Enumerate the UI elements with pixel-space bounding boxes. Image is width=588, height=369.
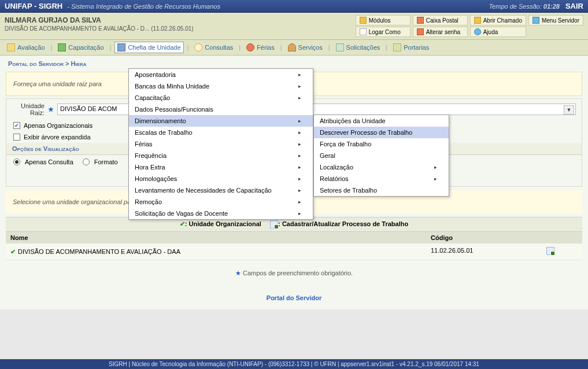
menu-capacitacao[interactable]: Capacitação bbox=[56, 42, 106, 53]
menu-ferias[interactable]: Férias bbox=[244, 42, 277, 53]
dmi-homologacoes[interactable]: Homologações▸ bbox=[129, 173, 313, 184]
dmi-dados[interactable]: Dados Pessoais/Funcionais bbox=[129, 104, 313, 115]
chevron-right-icon: ▸ bbox=[298, 118, 301, 124]
ql-ajuda-label: Ajuda bbox=[483, 29, 498, 35]
select-arrow-icon[interactable]: ▼ bbox=[564, 105, 574, 115]
required-note: ★ Campos de preenchimento obrigatório. bbox=[2, 260, 586, 286]
table-row: ✔ DIVISÃO DE ACOMPANHAMENTO E AVALIAÇÃO … bbox=[6, 243, 582, 260]
star-icon: ★ bbox=[235, 270, 241, 276]
person-icon bbox=[288, 43, 296, 51]
ql-menu-servidor[interactable]: Menu Servidor bbox=[528, 15, 583, 25]
dmi2-geral[interactable]: Geral bbox=[314, 150, 449, 161]
check-icon: ✔ bbox=[10, 248, 16, 256]
menu-avaliacao[interactable]: Avaliação bbox=[5, 42, 47, 53]
unidade-raiz-label: UnidadeRaiz: bbox=[12, 102, 45, 116]
chevron-right-icon: ▸ bbox=[298, 176, 301, 182]
menu-consultas[interactable]: Consultas bbox=[192, 42, 235, 53]
login-as-icon bbox=[360, 28, 367, 35]
table-header: Nome Código bbox=[6, 232, 582, 243]
header-bar: UNIFAP - SIGRH - Sistema Integrado de Ge… bbox=[0, 0, 588, 13]
dmi2-localizacao[interactable]: Localização▸ bbox=[314, 161, 449, 173]
dmi2-setores[interactable]: Setores de Trabalho bbox=[314, 184, 449, 196]
password-icon bbox=[417, 28, 424, 35]
radio-formato[interactable] bbox=[83, 158, 90, 165]
required-star-icon: ★ bbox=[48, 106, 54, 113]
dmi-aposentadoria[interactable]: Aposentadoria▸ bbox=[129, 69, 313, 80]
menu-solicitacoes-label: Solicitações bbox=[346, 44, 380, 51]
ql-caixa[interactable]: Caixa Postal bbox=[413, 15, 468, 25]
app-title: UNIFAP - SIGRH bbox=[5, 2, 62, 10]
ql-ajuda[interactable]: Ajuda bbox=[470, 27, 526, 37]
logout-link[interactable]: SAIR bbox=[565, 2, 583, 10]
ql-modulos-label: Módulos bbox=[369, 17, 391, 24]
chefia-dropdown: Aposentadoria▸ Bancas da Minha Unidade▸ … bbox=[128, 68, 313, 220]
dmi-dimensionamento[interactable]: Dimensionamento▸ bbox=[129, 115, 313, 127]
menu-portarias[interactable]: Portarias bbox=[391, 42, 431, 53]
dmi-levantamento[interactable]: Levantamento de Necessidades de Capacita… bbox=[129, 184, 313, 196]
quick-links: Módulos Caixa Postal Abrir Chamado Menu … bbox=[356, 15, 583, 37]
menu-servicos[interactable]: Serviços bbox=[286, 42, 325, 53]
menu-servicos-label: Serviços bbox=[298, 44, 323, 51]
doc-icon bbox=[336, 43, 344, 51]
cb-apenas-org-label: Apenas Organizacionais bbox=[24, 122, 93, 129]
legend-org: : Unidade Organizacional bbox=[185, 220, 261, 227]
dmi-frequencia[interactable]: Frequência▸ bbox=[129, 150, 313, 161]
help-icon bbox=[474, 28, 481, 35]
dmi-escalas[interactable]: Escalas de Trabalho▸ bbox=[129, 127, 313, 138]
org-icon bbox=[117, 43, 125, 51]
ql-modulos[interactable]: Módulos bbox=[356, 15, 411, 25]
menu-capacitacao-label: Capacitação bbox=[68, 44, 103, 51]
check-icon: ✔ bbox=[180, 220, 185, 227]
cb-apenas-org[interactable]: ✔ bbox=[13, 122, 20, 129]
ticket-icon bbox=[474, 17, 481, 24]
ql-senha[interactable]: Alterar senha bbox=[413, 27, 468, 37]
dmi-ferias[interactable]: Férias▸ bbox=[129, 138, 313, 150]
dmi2-forca[interactable]: Força de Trabalho bbox=[314, 138, 449, 150]
menu-chefia[interactable]: Chefia de Unidade bbox=[114, 42, 183, 53]
dimensionamento-submenu: Atribuições da Unidade Descrever Process… bbox=[313, 115, 449, 197]
chevron-right-icon: ▸ bbox=[298, 141, 301, 147]
edit-icon bbox=[270, 220, 278, 228]
clipboard-icon bbox=[7, 43, 15, 51]
ql-chamado[interactable]: Abrir Chamado bbox=[470, 15, 526, 25]
dmi-remocao[interactable]: Remoção▸ bbox=[129, 196, 313, 208]
session-time: Tempo de Sessão: 01:28 bbox=[489, 3, 560, 10]
radio-apenas-consulta[interactable] bbox=[13, 158, 20, 165]
dmi-bancas[interactable]: Bancas da Minha Unidade▸ bbox=[129, 80, 313, 92]
dmi-capacitacao[interactable]: Capacitação▸ bbox=[129, 92, 313, 104]
ql-menu-servidor-label: Menu Servidor bbox=[542, 17, 579, 24]
menu-ferias-label: Férias bbox=[257, 44, 275, 51]
menu-solicitacoes[interactable]: Solicitações bbox=[334, 42, 383, 53]
folder-icon bbox=[393, 43, 401, 51]
row-nome: DIVISÃO DE ACOMPANHAMENTO E AVALIAÇÃO - … bbox=[18, 248, 180, 255]
chevron-right-icon: ▸ bbox=[298, 199, 301, 205]
ql-senha-label: Alterar senha bbox=[426, 29, 460, 35]
chevron-right-icon: ▸ bbox=[298, 130, 301, 135]
chevron-right-icon: ▸ bbox=[298, 95, 301, 101]
dmi2-atribuicoes[interactable]: Atribuições da Unidade bbox=[314, 115, 449, 127]
chevron-right-icon: ▸ bbox=[298, 153, 301, 158]
user-dept: DIVISÃO DE ACOMPANHAMENTO E AVALIAÇÃO - … bbox=[5, 25, 356, 32]
ql-logar[interactable]: Logar Como bbox=[356, 27, 411, 37]
th-codigo: Código bbox=[426, 232, 542, 243]
chevron-right-icon: ▸ bbox=[434, 164, 437, 170]
ql-chamado-label: Abrir Chamado bbox=[483, 17, 522, 24]
dmi2-descrever-processo[interactable]: Descrever Processo de Trabalho bbox=[314, 127, 449, 138]
book-icon bbox=[58, 43, 66, 51]
dmi-solicitacao-vagas[interactable]: Solicitação de Vagas de Docente▸ bbox=[129, 208, 313, 219]
menu-avaliacao-label: Avaliação bbox=[17, 44, 45, 51]
chevron-right-icon: ▸ bbox=[298, 83, 301, 89]
sun-icon bbox=[246, 43, 254, 51]
cb-exibir-arvore[interactable] bbox=[13, 134, 20, 141]
chevron-right-icon: ▸ bbox=[298, 211, 301, 216]
edit-row-button[interactable] bbox=[546, 247, 554, 255]
row-codigo: 11.02.26.05.01 bbox=[426, 243, 542, 260]
radio-formato-label: Formato bbox=[94, 158, 118, 165]
radio-apenas-consulta-label: Apenas Consulta bbox=[25, 158, 73, 165]
unidade-raiz-value: DIVISÃO DE ACOM bbox=[60, 105, 117, 112]
search-icon bbox=[194, 43, 202, 51]
portal-servidor-link[interactable]: Portal do Servidor bbox=[267, 294, 321, 301]
dmi-hora-extra[interactable]: Hora Extra▸ bbox=[129, 161, 313, 173]
footer-bar: SIGRH | Núcleo de Tecnologia da Informaç… bbox=[0, 359, 588, 369]
dmi2-relatorios[interactable]: Relatórios▸ bbox=[314, 173, 449, 184]
